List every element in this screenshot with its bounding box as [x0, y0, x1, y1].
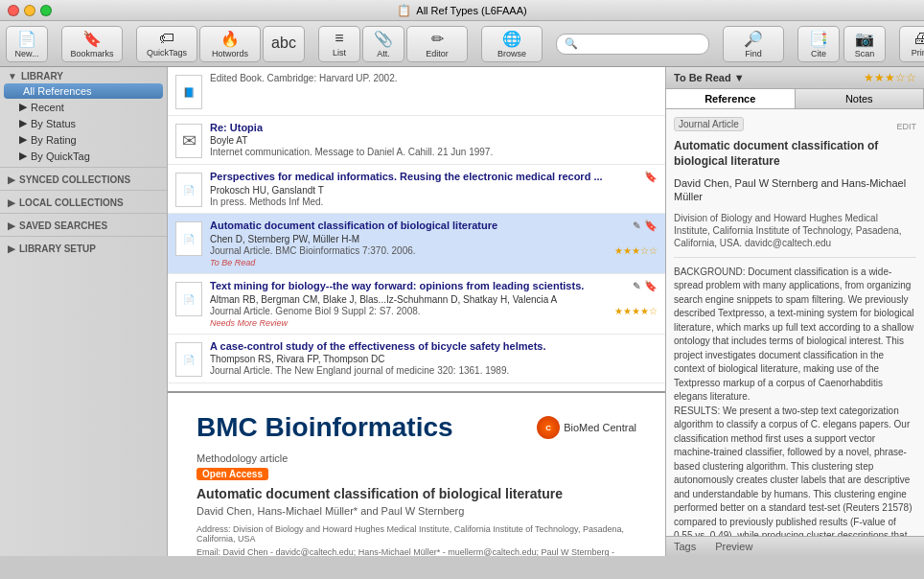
abc-button[interactable]: abc — [263, 26, 305, 62]
window-controls[interactable] — [8, 5, 52, 16]
preview-address: Address: Division of Biology and Howard … — [196, 524, 636, 544]
recent-arrow: ▶ — [19, 101, 27, 113]
ref-journal-2: In press. Methods Inf Med. — [210, 197, 658, 207]
app-icon: 📋 — [397, 4, 411, 17]
footer-tags-tab[interactable]: Tags — [674, 541, 696, 552]
search-field[interactable]: 🔍 — [556, 34, 709, 55]
to-read-label: To Be Read ▼ — [674, 72, 745, 83]
toolbar-group-bookmarks: 🔖 Bookmarks — [61, 26, 123, 62]
ref-title-1: Re: Utopia — [210, 122, 658, 133]
sidebar-section-local[interactable]: ▶ LOCAL COLLECTIONS — [0, 194, 167, 210]
editor-icon: ✏ — [431, 30, 444, 48]
preview-journal-header: BMC Bioinformatics C BioMed Central — [196, 412, 636, 443]
recent-label: Recent — [31, 102, 64, 113]
ref-content-4: Text mining for biology--the way forward… — [210, 280, 658, 328]
print-icon: 🖨 — [912, 30, 924, 47]
sidebar-section-library[interactable]: ▼ LIBRARY — [0, 67, 167, 83]
browse-button[interactable]: 🌐 Browse — [481, 26, 543, 62]
table-row[interactable]: 📄 A case-control study of the effectiven… — [168, 335, 665, 383]
list-icon: ≡ — [335, 30, 343, 47]
sidebar-item-by-status[interactable]: ▶ By Status — [0, 115, 167, 131]
main-toolbar: 📄 New... 🔖 Bookmarks 🏷 QuickTags 🔥 Hotwo… — [0, 21, 924, 67]
library-arrow: ▼ — [8, 71, 17, 81]
ref-content-1: Re: Utopia Boyle AT Internet communicati… — [210, 122, 658, 158]
abc-icon: abc — [271, 35, 296, 52]
to-be-read-badge-3: To Be Read — [210, 258, 255, 267]
stars-4: ★★★★☆ — [614, 306, 658, 316]
authors-field: David Chen, Paul W Sternberg and Hans-Mi… — [674, 176, 916, 204]
table-row[interactable]: 📘 Edited Book. Cambridge: Harvard UP. 20… — [168, 67, 665, 116]
browse-icon: 🌐 — [502, 30, 521, 48]
sidebar-section-synced[interactable]: ▶ SYNCED COLLECTIONS — [0, 171, 167, 187]
bookmarks-button[interactable]: 🔖 Bookmarks — [61, 26, 123, 62]
ref-badges-3: To Be Read — [210, 258, 658, 267]
ref-journal-0: Edited Book. Cambridge: Harvard UP. 2002… — [210, 73, 658, 83]
ref-title-5: A case-control study of the effectivenes… — [210, 340, 658, 352]
by-rating-label: By Rating — [31, 134, 77, 146]
new-button[interactable]: 📄 New... — [6, 26, 48, 62]
quicktags-button[interactable]: 🏷 QuickTags — [136, 26, 197, 62]
sidebar-divider-2 — [0, 190, 167, 191]
footer-preview-tab[interactable]: Preview — [715, 541, 752, 552]
preview-content: BMC Bioinformatics C BioMed Central Meth… — [168, 393, 665, 556]
ref-author-5: Thompson RS, Rivara FP, Thompson DC — [210, 354, 658, 364]
sidebar-divider-3 — [0, 213, 167, 214]
list-button[interactable]: ≡ List — [318, 26, 360, 62]
rating-stars[interactable]: ★★★☆☆ — [864, 71, 916, 84]
editor-button[interactable]: ✏ Editor — [406, 26, 468, 62]
ref-journal-1: Internet communication. Message to Danie… — [210, 147, 658, 157]
sidebar-item-by-rating[interactable]: ▶ By Rating — [0, 131, 167, 148]
table-row[interactable]: 📘 The Canterbury Tales — [168, 383, 665, 393]
sidebar-item-recent[interactable]: ▶ Recent — [0, 99, 167, 115]
scan-icon: 📷 — [855, 30, 874, 48]
hotwords-icon: 🔥 — [220, 30, 240, 48]
close-button[interactable] — [8, 5, 19, 16]
bookmark-icon-2: 🔖 — [644, 171, 658, 183]
local-arrow: ▶ — [8, 197, 15, 208]
ref-author-4: Altman RB, Bergman CM, Blake J, Blas...I… — [210, 294, 658, 305]
by-quicktag-label: By QuickTag — [31, 151, 90, 162]
ref-author-2: Prokosch HU, Ganslandt T — [210, 185, 658, 196]
sidebar-item-by-quicktag[interactable]: ▶ By QuickTag — [0, 148, 167, 164]
new-label: New... — [14, 49, 38, 58]
print-button[interactable]: 🖨 Print — [899, 26, 924, 62]
sidebar-section-saved[interactable]: ▶ SAVED SEARCHES — [0, 217, 167, 233]
table-row[interactable]: 📄 Automatic document classification of b… — [168, 214, 665, 274]
tab-notes[interactable]: Notes — [796, 89, 925, 108]
by-quicktag-arrow: ▶ — [19, 150, 27, 162]
ref-type-icon-1: ✉ — [175, 124, 202, 158]
ref-title-2: Perspectives for medical informatics. Re… — [210, 171, 658, 183]
content-area: 📘 Edited Book. Cambridge: Harvard UP. 20… — [168, 67, 665, 556]
att-button[interactable]: 📎 Att. — [362, 26, 404, 62]
maximize-button[interactable] — [40, 5, 52, 16]
synced-collections-label: SYNCED COLLECTIONS — [19, 174, 130, 185]
bookmark-icon-4: 🔖 — [644, 280, 658, 292]
edit-icon-4: ✎ — [633, 281, 640, 291]
hotwords-button[interactable]: 🔥 Hotwords — [199, 26, 261, 62]
ref-badges-4: Needs More Review — [210, 318, 658, 328]
library-label: LIBRARY — [21, 71, 63, 81]
minimize-button[interactable] — [24, 5, 35, 16]
table-row[interactable]: ✉ Re: Utopia Boyle AT Internet communica… — [168, 116, 665, 165]
table-row[interactable]: 📄 Perspectives for medical informatics. … — [168, 165, 665, 214]
needs-review-badge-4: Needs More Review — [210, 318, 288, 328]
tab-reference[interactable]: Reference — [666, 89, 796, 108]
cite-button[interactable]: 📑 Cite — [797, 26, 840, 62]
article-title-field: Automatic document classification of bio… — [674, 139, 916, 169]
preview-article-title: Automatic document classification of bio… — [196, 486, 636, 501]
search-input[interactable] — [582, 38, 701, 50]
scan-button[interactable]: 📷 Scan — [843, 26, 886, 62]
att-label: Att. — [377, 49, 390, 58]
right-separator — [674, 257, 916, 258]
att-icon: 📎 — [374, 30, 393, 48]
table-row[interactable]: 📄 Text mining for biology--the way forwa… — [168, 274, 665, 335]
toolbar-group-browse: 🌐 Browse — [481, 26, 543, 62]
find-button[interactable]: 🔎 Find — [723, 26, 784, 62]
ref-title-text-2: Perspectives for medical informatics. Re… — [210, 171, 603, 183]
titlebar: 📋 All Ref Types (L6FAAA) — [0, 0, 924, 21]
sidebar-item-all-references[interactable]: All References — [4, 83, 163, 99]
chevron-down-icon: ▼ — [734, 72, 745, 83]
by-status-label: By Status — [31, 118, 76, 129]
edit-button[interactable]: EDIT — [896, 122, 916, 131]
sidebar-section-setup[interactable]: ▶ LIBRARY SETUP — [0, 240, 167, 256]
